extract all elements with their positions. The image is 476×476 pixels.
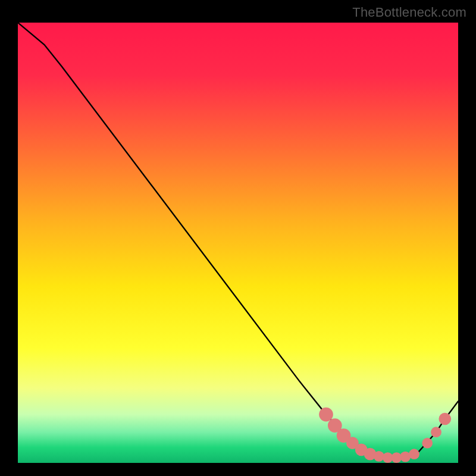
gradient-background [18,23,458,463]
data-marker [409,449,419,459]
data-marker [422,438,433,449]
data-marker [439,413,451,425]
plot-area [18,23,458,463]
chart-svg [18,23,458,463]
chart-container: TheBottleneck.com [0,0,476,476]
watermark-text: TheBottleneck.com [352,5,466,20]
data-marker [319,408,333,422]
data-marker [431,427,441,437]
